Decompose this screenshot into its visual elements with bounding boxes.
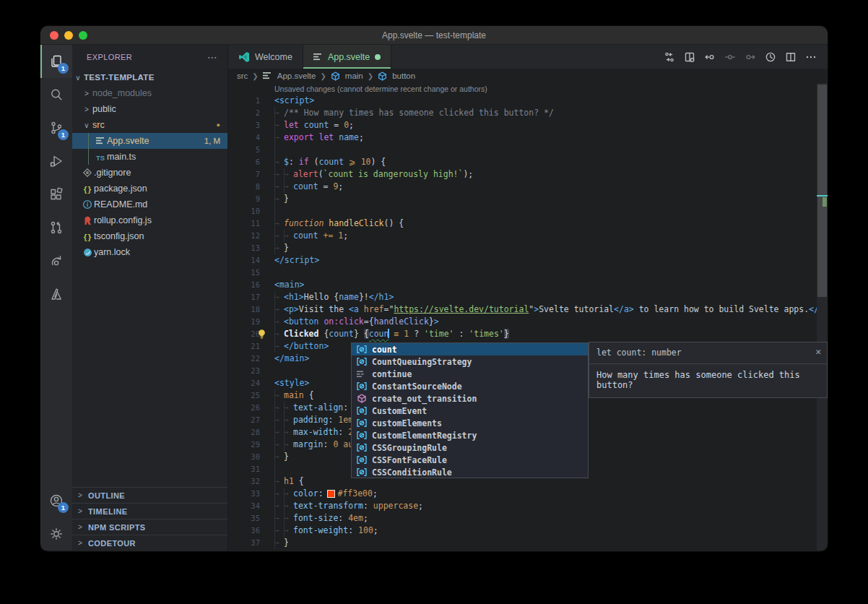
line-number[interactable]: 36	[228, 525, 272, 537]
next-change-button[interactable]	[742, 49, 758, 65]
activity-item-source-control[interactable]: 1	[40, 111, 72, 144]
suggest-item-cssfontfacerule[interactable]: CSSFontFaceRule	[352, 454, 588, 466]
suggest-item-count[interactable]: count	[352, 343, 588, 355]
sidebar-section-outline[interactable]: >OUTLINE	[72, 487, 227, 503]
code-line[interactable]: 16<main>	[228, 279, 828, 291]
scrollbar-slider[interactable]	[817, 85, 827, 297]
project-root[interactable]: ∨TEST-TEMPLATE	[72, 69, 227, 85]
activity-item-manage[interactable]	[40, 517, 72, 551]
line-number[interactable]: 30	[228, 451, 272, 463]
line-number[interactable]: 4	[228, 131, 272, 144]
code-line[interactable]: 19→<button on:click={handleClick}>	[228, 316, 828, 328]
file-tree-item--gitignore[interactable]: .gitignore	[72, 165, 227, 181]
code-line[interactable]: 15	[228, 267, 828, 279]
file-tree-item-public[interactable]: >public	[72, 101, 227, 117]
line-number[interactable]: 9	[228, 193, 272, 205]
code-line[interactable]: 12→→count += 1;	[228, 230, 828, 242]
code-line[interactable]: 2→/** How many times has someone clicked…	[228, 107, 828, 119]
more-actions-button[interactable]	[803, 49, 819, 65]
breadcrumb-item-main[interactable]: main	[331, 72, 363, 81]
line-number[interactable]: 28	[228, 426, 272, 439]
previous-change-button[interactable]	[702, 49, 718, 65]
code-line[interactable]: 17→<h1>Hello {name}!</h1>	[228, 291, 828, 303]
line-number[interactable]: 34	[228, 500, 272, 512]
code-line[interactable]: 4→export let name;	[228, 131, 828, 144]
line-number[interactable]: 6	[228, 156, 272, 168]
code-line[interactable]: 3→let count = 0;	[228, 119, 828, 131]
code-line[interactable]: 37→}	[228, 537, 828, 549]
line-number[interactable]: 26	[228, 402, 272, 414]
zoom-window-button[interactable]	[79, 31, 87, 40]
breadcrumb-item-app-svelte[interactable]: App.svelte	[263, 72, 316, 80]
line-number[interactable]: 19	[228, 316, 272, 328]
tab-app-svelte[interactable]: App.svelte	[303, 45, 391, 69]
line-number[interactable]: 3	[228, 119, 272, 131]
line-number[interactable]: 22	[228, 353, 272, 365]
breadcrumb-item-button[interactable]: button	[378, 72, 415, 81]
line-number[interactable]: 16	[228, 279, 272, 291]
file-tree-item-rollup-config-js[interactable]: rollup.config.js	[72, 212, 227, 228]
file-tree-item-package-json[interactable]: {}package.json	[72, 181, 227, 197]
close-window-button[interactable]	[50, 31, 58, 40]
suggest-item-customelements[interactable]: customElements	[352, 417, 588, 429]
line-number[interactable]: 37	[228, 537, 272, 549]
file-tree-item-app-svelte[interactable]: App.svelte1, M	[72, 133, 227, 149]
file-tree-item-yarn-lock[interactable]: yarn.lock	[72, 244, 227, 260]
line-number[interactable]: 12	[228, 230, 272, 242]
line-number[interactable]: 25	[228, 389, 272, 402]
line-number[interactable]: 14	[228, 254, 272, 267]
code-line[interactable]: 35→→font-size: 4em;	[228, 512, 828, 525]
activity-item-accounts[interactable]: 1	[40, 484, 72, 517]
code-line[interactable]: 8→→count = 9;	[228, 181, 828, 193]
explorer-more-actions-button[interactable]: ⋯	[207, 51, 217, 63]
code-line[interactable]: 9→}	[228, 193, 828, 205]
code-line[interactable]: 36→→font-weight: 100;	[228, 525, 828, 537]
line-number[interactable]: 2	[228, 107, 272, 119]
file-tree-item-main-ts[interactable]: TSmain.ts	[72, 149, 227, 165]
line-number[interactable]: 27	[228, 414, 272, 426]
code-line[interactable]: 10	[228, 205, 828, 217]
compare-changes-button[interactable]	[661, 49, 677, 65]
file-tree-item-src[interactable]: ∨src●	[72, 117, 227, 133]
current-change-button[interactable]	[722, 49, 738, 65]
line-number[interactable]: 31	[228, 463, 272, 475]
line-number[interactable]: 24	[228, 377, 272, 389]
line-number[interactable]: 5	[228, 144, 272, 156]
sidebar-section-timeline[interactable]: >TIMELINE	[72, 503, 227, 519]
line-number[interactable]: 1	[228, 95, 272, 107]
file-tree-item-node-modules[interactable]: >node_modules	[72, 85, 227, 101]
suggest-item-continue[interactable]: continue	[352, 368, 588, 380]
code-line[interactable]: 13→}	[228, 242, 828, 254]
code-line[interactable]: 14</script>	[228, 254, 828, 267]
sidebar-section-npm-scripts[interactable]: >NPM SCRIPTS	[72, 519, 227, 535]
activity-item-extensions[interactable]	[40, 178, 72, 211]
file-history-button[interactable]	[763, 49, 778, 65]
suggest-item-countqueuingstrategy[interactable]: CountQueuingStrategy	[352, 355, 588, 368]
line-number[interactable]: 7	[228, 168, 272, 181]
line-number[interactable]: 13	[228, 242, 272, 254]
codelens-unsaved-changes[interactable]: Unsaved changes (cannot determine recent…	[228, 83, 828, 95]
suggest-item-constantsourcenode[interactable]: ConstantSourceNode	[352, 380, 588, 392]
code-line[interactable]: 18→<p>Visit the <a href="https://svelte.…	[228, 303, 828, 316]
suggest-item-customelementregistry[interactable]: CustomElementRegistry	[352, 429, 588, 441]
line-number[interactable]: 17	[228, 291, 272, 303]
suggest-item-cssgroupingrule[interactable]: CSSGroupingRule	[352, 441, 588, 454]
lightbulb-icon[interactable]	[257, 329, 266, 343]
line-number[interactable]: 23	[228, 365, 272, 377]
code-line[interactable]: 20→Clicked {count} {coun ≡ 1 ? 'time' : …	[228, 328, 828, 340]
editor[interactable]: Unsaved changes (cannot determine recent…	[228, 83, 828, 551]
open-changes-button[interactable]	[682, 49, 698, 65]
breadcrumb[interactable]: src❯App.svelte❯main❯button	[228, 69, 828, 83]
suggest-item-cssconditionrule[interactable]: CSSConditionRule	[352, 466, 588, 478]
activity-item-search[interactable]	[40, 78, 72, 111]
code-line[interactable]: 6→$: if (count ⩾ 10) {	[228, 156, 828, 168]
line-number[interactable]: 32	[228, 475, 272, 488]
code-line[interactable]: 7→→alert(`count is dangerously high!`);	[228, 168, 828, 181]
editor-scrollbar[interactable]	[817, 83, 828, 551]
line-number[interactable]: 29	[228, 439, 272, 451]
line-number[interactable]: 15	[228, 267, 272, 279]
line-number[interactable]: 18	[228, 303, 272, 316]
code-line[interactable]: 11→function handleClick() {	[228, 217, 828, 230]
line-number[interactable]: 8	[228, 181, 272, 193]
activity-item-run-and-debug[interactable]	[40, 144, 72, 178]
